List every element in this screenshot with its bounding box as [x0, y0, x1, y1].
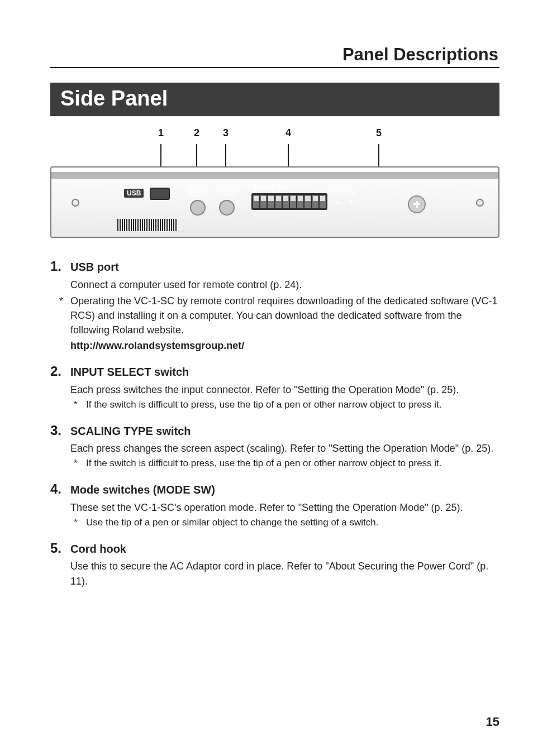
leader-line — [288, 144, 289, 166]
leader-line — [196, 144, 197, 166]
item-body: These set the VC-1-SC's operation mode. … — [70, 500, 499, 515]
page-number: 15 — [486, 715, 499, 729]
barcode-icon — [117, 219, 178, 231]
leader-line — [378, 144, 379, 166]
item-subnote: Use the tip of a pen or similar object t… — [86, 516, 379, 530]
asterisk-icon: * — [74, 516, 80, 530]
mode-sw-label: MODE SW — [254, 183, 289, 192]
item-number: 4. — [50, 480, 65, 499]
side-panel-diagram: 1 2 3 4 5 USB INPUT SELECT SCALING TYPE — [50, 127, 499, 238]
item-number: 5. — [50, 539, 65, 558]
scaling-type-button-icon — [219, 200, 235, 216]
device-panel: USB INPUT SELECT SCALING TYPE MODE SW 1 … — [50, 166, 499, 238]
panel-strip — [51, 172, 498, 179]
input-select-label: INPUT SELECT — [185, 186, 210, 198]
leader-line — [160, 144, 161, 166]
item-subnote: If the switch is difficult to press, use… — [86, 398, 442, 412]
asterisk-icon: * — [74, 457, 80, 471]
item-subnote: If the switch is difficult to press, use… — [86, 457, 442, 471]
usb-port-icon — [150, 188, 170, 200]
callout-4: 4 — [285, 127, 291, 139]
callout-2: 2 — [194, 127, 199, 139]
scaling-type-label: SCALING TYPE — [215, 186, 239, 198]
item-title: Cord hook — [70, 541, 126, 557]
off-on-label: OFF ON — [332, 190, 356, 196]
usb-label: USB — [124, 189, 144, 198]
item-title: SCALING TYPE switch — [70, 423, 191, 439]
cord-hook-icon — [408, 195, 426, 213]
off-on-icons: ▪▲ ▫▼ — [332, 198, 355, 205]
asterisk-icon: * — [74, 398, 80, 412]
title-rule — [50, 67, 499, 68]
callout-1: 1 — [158, 127, 164, 139]
dip-index-end: 10 — [322, 211, 328, 217]
dip-index-start: 1 — [254, 211, 257, 217]
page-title: Panel Descriptions — [50, 45, 499, 65]
item-number: 2. — [50, 362, 65, 381]
screw-icon — [72, 199, 79, 207]
input-select-button-icon — [190, 200, 206, 216]
item-body: Each press switches the input connector.… — [70, 382, 499, 397]
item-title: Mode switches (MODE SW) — [70, 482, 215, 498]
item-number: 1. — [50, 257, 65, 276]
item-note: Operating the VC-1-SC by remote control … — [70, 294, 499, 337]
screw-icon — [476, 199, 484, 207]
callout-5: 5 — [376, 127, 382, 139]
item-body: Connect a computer used for remote contr… — [70, 277, 499, 292]
section-heading: Side Panel — [50, 83, 499, 116]
item-number: 3. — [50, 421, 65, 441]
callout-3: 3 — [223, 127, 229, 139]
item-title: INPUT SELECT switch — [70, 364, 189, 380]
asterisk-icon: * — [59, 294, 66, 337]
dip-switch-bank-icon — [251, 193, 327, 210]
item-title: USB port — [70, 259, 119, 275]
item-body: Use this to secure the AC Adaptor cord i… — [70, 559, 499, 588]
leader-line — [225, 144, 226, 166]
item-body: Each press changes the screen aspect (sc… — [70, 441, 499, 456]
item-url: http://www.rolandsystemsgroup.net/ — [70, 338, 499, 353]
